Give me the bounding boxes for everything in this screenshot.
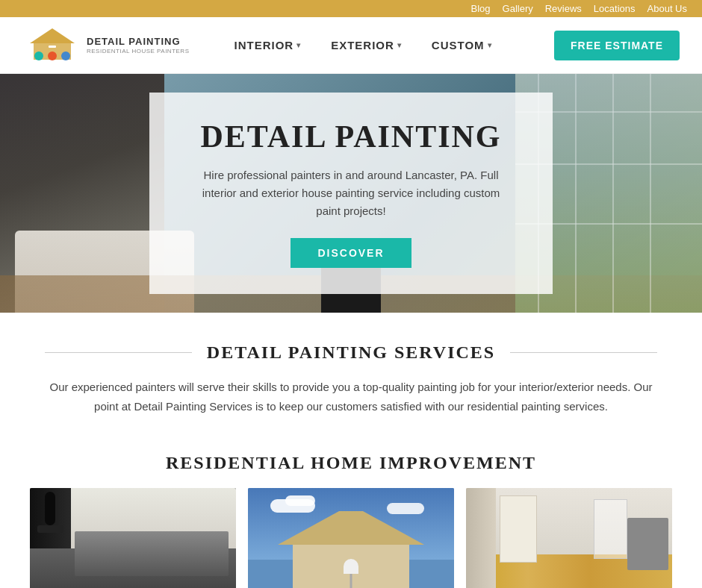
topbar-aboutus-link[interactable]: About Us: [647, 3, 687, 14]
painter-pole: [350, 572, 352, 588]
logo[interactable]: DETAIL PAINTING RESIDENTIAL HOUSE PAINTE…: [22, 25, 189, 66]
card-interior-ceiling[interactable]: [30, 488, 236, 588]
logo-text-line1: DETAIL PAINTING: [87, 36, 189, 48]
logo-text-line2: RESIDENTIAL HOUSE PAINTERS: [87, 48, 189, 55]
hero-title: DETAIL PAINTING: [194, 119, 508, 154]
svg-point-5: [61, 51, 70, 60]
svg-point-4: [48, 51, 57, 60]
svg-rect-2: [49, 46, 56, 48]
topbar-gallery-link[interactable]: Gallery: [503, 3, 533, 14]
free-estimate-button[interactable]: FREE ESTIMATE: [554, 31, 680, 60]
hero-overlay: DETAIL PAINTING Hire professional painte…: [149, 93, 553, 294]
card-exterior-house[interactable]: [248, 488, 454, 588]
main-navigation: DETAIL PAINTING RESIDENTIAL HOUSE PAINTE…: [0, 17, 702, 74]
hero-section: DETAIL PAINTING Hire professional painte…: [0, 74, 702, 313]
room-opening: [594, 499, 627, 559]
door: [500, 495, 537, 563]
nav-links: INTERIOR ▾ EXTERIOR ▾ CUSTOM ▾: [234, 39, 554, 51]
nav-interior[interactable]: INTERIOR ▾: [234, 39, 301, 51]
cabinet: [627, 518, 668, 570]
residential-section: RESIDENTIAL HOME IMPROVEMENT: [0, 445, 702, 588]
topbar-blog-link[interactable]: Blog: [471, 3, 491, 14]
door-frame-wall: [466, 488, 496, 588]
cards-grid: [30, 488, 672, 588]
services-divider: DETAIL PAINTING SERVICES: [45, 343, 657, 363]
topbar-locations-link[interactable]: Locations: [594, 3, 636, 14]
svg-point-3: [34, 51, 43, 60]
svg-marker-0: [30, 28, 75, 43]
house-roof: [278, 511, 424, 545]
topbar-reviews-link[interactable]: Reviews: [545, 3, 582, 14]
custom-chevron-icon: ▾: [488, 41, 492, 49]
nav-custom[interactable]: CUSTOM ▾: [432, 39, 492, 51]
services-section: DETAIL PAINTING SERVICES Our experienced…: [0, 313, 702, 445]
cloud2: [285, 495, 315, 506]
logo-icon: [22, 25, 82, 66]
top-bar: Blog Gallery Reviews Locations About Us: [0, 0, 702, 17]
hero-subtitle: Hire professional painters in and around…: [194, 166, 508, 220]
dark-panel: [75, 531, 229, 576]
pendant-light: [45, 492, 55, 525]
painter-figure: [344, 559, 358, 574]
services-description: Our experienced painters will serve thei…: [45, 378, 657, 416]
nav-exterior[interactable]: EXTERIOR ▾: [331, 39, 402, 51]
light-fixture: [37, 525, 63, 533]
exterior-chevron-icon: ▾: [397, 41, 402, 49]
interior-chevron-icon: ▾: [296, 41, 301, 49]
discover-button[interactable]: DISCOVER: [291, 238, 411, 268]
residential-title: RESIDENTIAL HOME IMPROVEMENT: [30, 453, 672, 473]
services-title: DETAIL PAINTING SERVICES: [207, 343, 495, 363]
card-interior-room[interactable]: [466, 488, 672, 588]
